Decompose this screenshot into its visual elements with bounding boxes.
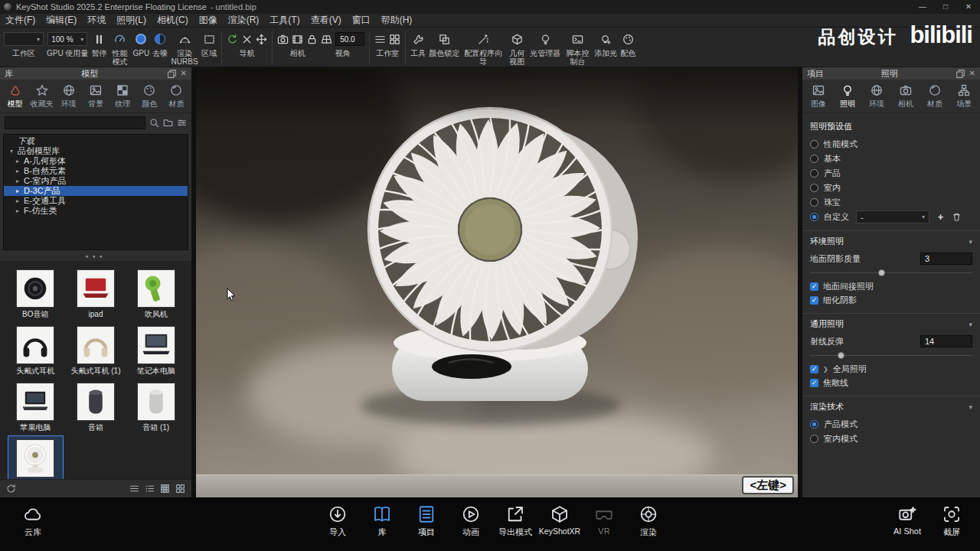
menu-lighting[interactable]: 照明(L) <box>111 14 152 27</box>
vr-button[interactable]: VR <box>582 505 626 538</box>
menu-camera[interactable]: 相机(C) <box>152 14 194 27</box>
float-panel-icon[interactable] <box>167 69 177 79</box>
workspace-select[interactable]: ▾ <box>4 32 44 46</box>
search-icon[interactable] <box>149 118 159 128</box>
tools-group[interactable]: 工具 <box>410 31 426 57</box>
menu-file[interactable]: 文件(F) <box>0 14 41 27</box>
render-nurbs-group[interactable]: 渲染NURBS <box>171 31 198 66</box>
product-mode-radio[interactable]: 产品模式 <box>810 417 972 432</box>
perspective-icon[interactable] <box>321 34 332 45</box>
list-item-headphones[interactable]: 头戴式耳机 <box>8 322 64 377</box>
preset-interior[interactable]: 室内 <box>810 181 972 195</box>
large-grid-view-icon[interactable] <box>175 484 185 494</box>
close-panel-icon[interactable]: ✕ <box>969 67 975 80</box>
tab-colors[interactable]: 颜色 <box>136 83 163 111</box>
list-item-laptop[interactable]: 笔记本电脑 <box>128 322 184 377</box>
caret-open-icon[interactable]: ▾ <box>8 148 15 155</box>
ground-shadow-quality-input[interactable]: 3 <box>920 253 972 265</box>
tab-materials[interactable]: 材质 <box>163 83 190 111</box>
script-console-group[interactable]: 脚本控制台 <box>564 31 591 66</box>
tab-environment[interactable]: 环境 <box>862 83 891 111</box>
preset-performance-mode[interactable]: 性能模式 <box>810 137 972 152</box>
camera-icon[interactable] <box>277 34 289 45</box>
rotate-view-icon[interactable] <box>227 34 238 45</box>
preset-basic[interactable]: 基本 <box>810 152 972 166</box>
tab-environments[interactable]: 环境 <box>55 83 82 111</box>
menu-window[interactable]: 窗口 <box>347 14 376 27</box>
list-item-ipad[interactable]: ipad <box>68 266 124 321</box>
menu-render[interactable]: 渲染(R) <box>223 14 265 27</box>
small-grid-view-icon[interactable] <box>160 484 170 494</box>
menu-edit[interactable]: 编辑(E) <box>41 14 82 27</box>
camera-lock-icon[interactable] <box>306 34 318 45</box>
list-item-headphones-1[interactable]: 头戴式耳机 (1) <box>68 322 124 377</box>
list-item-fan-selected[interactable]: 风扇 <box>8 435 64 479</box>
tab-models[interactable]: 模型 <box>2 83 28 111</box>
pause-group[interactable]: 暂停 <box>91 31 106 57</box>
tab-image[interactable]: 图像 <box>804 83 833 111</box>
pan-view-icon[interactable] <box>256 34 267 45</box>
ray-bounces-input[interactable]: 14 <box>920 335 972 347</box>
slider-handle[interactable] <box>838 352 844 359</box>
menu-view[interactable]: 查看(V) <box>305 14 347 27</box>
splitter-handle[interactable]: ●●● <box>0 252 191 261</box>
list-item-bo-speaker[interactable]: BO音箱 <box>8 266 64 321</box>
close-panel-icon[interactable]: ✕ <box>181 67 187 80</box>
library-button[interactable]: 库 <box>360 505 404 538</box>
caustics-checkbox[interactable]: ✓焦散线 <box>810 376 972 390</box>
menu-image[interactable]: 图像 <box>194 14 223 27</box>
performance-mode-group[interactable]: 性能模式 <box>109 31 129 66</box>
ground-indirect-lighting-checkbox[interactable]: ✓地面间接照明 <box>810 279 972 293</box>
list-item-speaker-1[interactable]: 音箱 (1) <box>128 379 184 434</box>
caret-closed-icon[interactable]: ▸ <box>15 168 21 174</box>
realtime-viewport[interactable]: <左键> <box>196 67 798 497</box>
ray-bounces-slider[interactable] <box>810 350 972 360</box>
region-group[interactable]: 区域 <box>201 31 217 57</box>
light-manager-group[interactable]: 光管理器 <box>530 31 560 57</box>
keyframe-icon[interactable] <box>292 34 303 45</box>
color-lock-group[interactable]: 颜色锁定 <box>429 31 459 57</box>
add-preset-button[interactable]: + <box>935 211 946 223</box>
maximize-button[interactable]: □ <box>934 0 957 14</box>
caret-closed-icon[interactable]: ▸ <box>15 158 21 165</box>
reset-view-icon[interactable] <box>241 34 253 45</box>
filter-icon[interactable] <box>177 118 187 128</box>
caret-closed-icon[interactable]: ▸ <box>15 187 21 194</box>
menu-tools[interactable]: 工具(T) <box>264 14 305 27</box>
preset-jewelry[interactable]: 珠宝 <box>810 195 972 210</box>
delete-preset-icon[interactable] <box>952 212 962 222</box>
caret-closed-icon[interactable]: ▸ <box>15 178 21 184</box>
cloud-library-button[interactable]: 云库 <box>11 505 55 538</box>
screenshot-button[interactable]: 截屏 <box>929 505 974 538</box>
tree-item-bionic[interactable]: ▸F-仿生类 <box>4 206 188 216</box>
add-light-group[interactable]: 添加光 <box>594 31 617 57</box>
color-match-group[interactable]: 配色 <box>620 31 635 57</box>
geometry-view-group[interactable]: 几何视图 <box>507 31 527 66</box>
search-input[interactable] <box>5 116 145 129</box>
keyshotxr-button[interactable]: KeyShotXR <box>537 505 582 538</box>
tab-scene[interactable]: 场景 <box>949 83 978 111</box>
minimize-button[interactable]: — <box>911 0 934 14</box>
preset-custom[interactable]: 自定义 -▾ + <box>810 210 972 224</box>
global-illumination-checkbox[interactable]: ✓❯全局照明 <box>810 362 972 376</box>
list-item-speaker[interactable]: 音箱 <box>68 379 124 434</box>
animation-button[interactable]: 动画 <box>449 505 493 538</box>
refine-shadows-checkbox[interactable]: ✓细化阴影 <box>810 293 972 307</box>
gpu-toggle-group[interactable]: GPU <box>132 31 149 57</box>
general-lighting-title[interactable]: 通用照明▾ <box>810 318 972 330</box>
close-button[interactable]: ✕ <box>957 0 980 14</box>
preset-product[interactable]: 产品 <box>810 166 972 181</box>
caret-closed-icon[interactable]: ▸ <box>15 197 21 204</box>
render-technique-title[interactable]: 渲染技术▾ <box>810 401 972 412</box>
rows-view-icon[interactable] <box>129 484 139 494</box>
menu-environment[interactable]: 环境 <box>82 14 111 27</box>
tab-lighting[interactable]: 照明 <box>833 83 862 111</box>
gpu-usage-select[interactable]: 100 %▾ <box>47 32 87 46</box>
tab-material[interactable]: 材质 <box>920 83 949 111</box>
project-button[interactable]: 项目 <box>404 505 449 538</box>
tab-favorites[interactable]: 收藏夹 <box>28 83 55 111</box>
export-mode-button[interactable]: 导出模式 <box>493 505 537 538</box>
studio-list-icon[interactable] <box>374 34 386 45</box>
denoise-group[interactable]: 去噪 <box>152 31 168 57</box>
caret-closed-icon[interactable]: ▸ <box>15 207 21 214</box>
